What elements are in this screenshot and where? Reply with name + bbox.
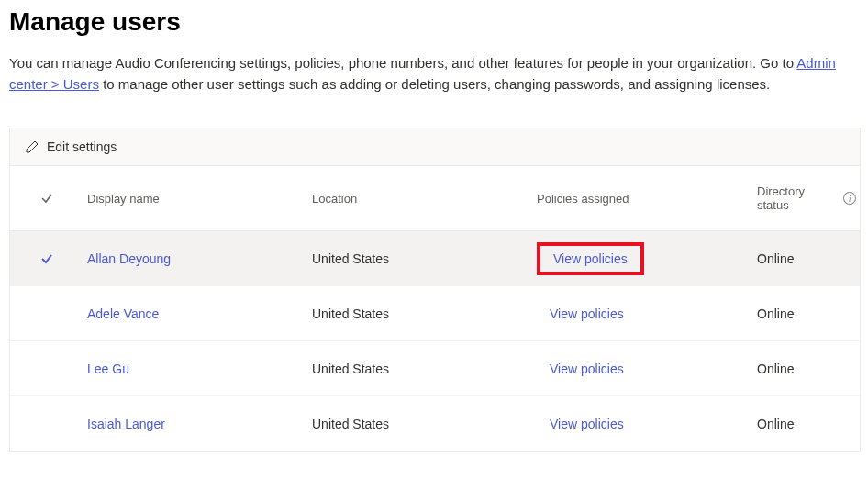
user-name-link[interactable]: Lee Gu xyxy=(83,362,308,376)
view-policies-link[interactable]: View policies xyxy=(537,352,637,385)
checkmark-icon xyxy=(39,251,54,266)
user-name-link[interactable]: Adele Vance xyxy=(83,306,308,321)
user-location: United States xyxy=(308,362,533,376)
user-status: Online xyxy=(753,251,860,266)
table-body: Allan Deyoung United States View policie… xyxy=(10,231,860,451)
user-name-link[interactable]: Allan Deyoung xyxy=(83,251,308,266)
page-title: Manage users xyxy=(9,7,861,37)
user-status: Online xyxy=(753,417,860,431)
user-status: Online xyxy=(753,362,860,376)
table-row[interactable]: Lee Gu United States View policies Onlin… xyxy=(10,341,860,396)
column-header-display-name[interactable]: Display name xyxy=(83,184,308,213)
user-location: United States xyxy=(308,306,533,321)
column-header-directory-status[interactable]: Directory status i xyxy=(753,177,860,219)
edit-settings-button[interactable]: Edit settings xyxy=(47,139,117,154)
view-policies-link[interactable]: View policies xyxy=(537,407,637,440)
user-name-link[interactable]: Isaiah Langer xyxy=(83,417,308,431)
view-policies-link[interactable]: View policies xyxy=(537,297,637,330)
row-select[interactable] xyxy=(10,251,83,266)
intro-text-prefix: You can manage Audio Conferencing settin… xyxy=(9,55,796,71)
user-location: United States xyxy=(308,417,533,431)
checkmark-icon xyxy=(39,191,54,206)
column-header-select[interactable] xyxy=(10,184,83,213)
table-row[interactable]: Adele Vance United States View policies … xyxy=(10,286,860,341)
column-header-policies[interactable]: Policies assigned xyxy=(533,184,753,213)
edit-icon xyxy=(25,139,39,154)
page-intro: You can manage Audio Conferencing settin… xyxy=(9,53,861,95)
intro-text-suffix: to manage other user settings such as ad… xyxy=(99,76,770,92)
info-icon[interactable]: i xyxy=(843,192,856,205)
table-row[interactable]: Allan Deyoung United States View policie… xyxy=(10,231,860,286)
table-row[interactable]: Isaiah Langer United States View policie… xyxy=(10,396,860,451)
directory-status-label: Directory status xyxy=(757,184,838,212)
column-header-location[interactable]: Location xyxy=(308,184,533,213)
users-panel: Edit settings Display name Location Poli… xyxy=(9,128,861,452)
view-policies-link[interactable]: View policies xyxy=(537,242,644,275)
user-status: Online xyxy=(753,306,860,321)
user-location: United States xyxy=(308,251,533,266)
table-header: Display name Location Policies assigned … xyxy=(10,166,860,231)
toolbar: Edit settings xyxy=(10,128,860,166)
